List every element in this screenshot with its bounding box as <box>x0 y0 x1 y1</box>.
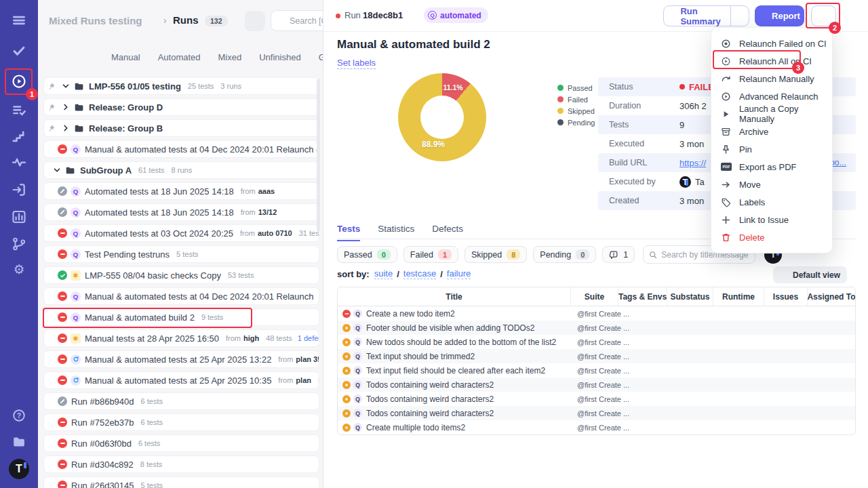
sort-link-failure[interactable]: failure <box>447 268 471 279</box>
column-header[interactable]: Tags & Envs <box>618 287 667 306</box>
executed-by-avatar[interactable]: T <box>679 176 691 188</box>
sort-link-suite[interactable]: suite <box>374 268 393 279</box>
default-view-button[interactable]: Default view <box>773 266 847 283</box>
sidebar-item-check[interactable] <box>0 39 38 63</box>
defects-link[interactable]: 1 defects <box>298 334 319 342</box>
run-list-item[interactable]: Manual & automated tests at 25 Apr 2025 … <box>43 350 319 368</box>
sidebar-item-pulse[interactable] <box>0 150 38 174</box>
menu-item-link-to-issue[interactable]: Link to Issue <box>711 211 832 228</box>
sidebar-item-gear[interactable]: ⚙ <box>0 258 38 282</box>
chevron-right-icon[interactable] <box>61 102 71 112</box>
runs-search-input[interactable] <box>290 16 323 26</box>
run-list-item[interactable]: QTest Pending testruns5 tests <box>43 245 319 263</box>
menu-item-archive[interactable]: Archive <box>711 123 832 140</box>
detail-close-icon[interactable] <box>842 9 852 20</box>
sidebar-item-bar-chart[interactable] <box>0 205 38 229</box>
sidebar-item-import[interactable] <box>0 178 38 202</box>
run-list-item[interactable]: ✱LMP-555 08/04 basic checks Copy53 tests <box>43 266 319 284</box>
user-avatar[interactable]: T <box>9 459 29 479</box>
run-summary-more-button[interactable] <box>730 6 751 26</box>
test-row[interactable]: QCreate a new todo item2@first Create ..… <box>338 306 855 321</box>
menu-item-relaunch-manually[interactable]: Relaunch Manually <box>711 70 832 87</box>
run-list-item[interactable]: Run #b86b940d6 tests <box>43 392 319 410</box>
more-actions-button[interactable] <box>811 5 836 26</box>
menu-item-move[interactable]: Move <box>711 176 832 193</box>
run-list-item[interactable]: Run #26d301455 tests <box>43 476 319 488</box>
sidebar-item-menu[interactable] <box>0 8 38 33</box>
run-list-item[interactable]: QManual & automated tests at 04 Dec 2024… <box>43 287 319 305</box>
run-group-row[interactable]: LMP-556 01/05 testing25 tests3 runs <box>43 77 319 95</box>
sidebar-item-branch[interactable] <box>0 232 38 256</box>
menu-item-pin[interactable]: Pin <box>711 140 832 158</box>
test-row[interactable]: QText input should be trimmed2@first Cre… <box>338 349 855 363</box>
comments-filter-chip[interactable]: 1 <box>602 246 635 263</box>
filter-chip-failed[interactable]: Failed1 <box>403 246 458 263</box>
chevron-down-icon[interactable] <box>61 81 71 91</box>
sidebar-item-help[interactable]: ? <box>0 403 38 428</box>
filter-chip-skipped[interactable]: Skipped8 <box>465 246 527 263</box>
sliders-icon[interactable] <box>844 269 854 280</box>
column-header[interactable]: Issues <box>764 287 808 306</box>
test-title: Text input should be trimmed2 <box>366 352 475 361</box>
filter-button[interactable] <box>245 11 265 31</box>
chevron-right-icon[interactable] <box>61 123 71 133</box>
menu-item-relaunch-all-on-ci[interactable]: Relaunch All on CI <box>711 52 832 70</box>
menu-item-advanced-relaunch[interactable]: Advanced Relaunch <box>711 87 832 105</box>
run-list-item[interactable]: QManual & automated build 29 tests <box>43 308 319 326</box>
column-header[interactable]: Suite <box>571 287 618 306</box>
run-list-item[interactable]: QAutomated tests at 03 Oct 2024 20:25fro… <box>43 224 319 242</box>
column-header[interactable]: Substatus <box>667 287 713 306</box>
test-row[interactable]: QTodos containing weird characters2@firs… <box>338 392 855 406</box>
from-value: aaas <box>258 187 275 195</box>
test-row[interactable]: QCreate multiple todo items2@first Creat… <box>338 420 855 434</box>
menu-item-relaunch-failed-on-ci[interactable]: Relaunch Failed on CI <box>711 35 832 52</box>
filter-chip-passed[interactable]: Passed0 <box>337 246 397 263</box>
runs-scrollbar[interactable] <box>317 79 320 231</box>
sort-link-testcase[interactable]: testcase <box>403 268 436 279</box>
column-header[interactable]: Title <box>338 287 571 306</box>
run-list-item[interactable]: Run #0d63f0bd6 tests <box>43 434 319 452</box>
run-list-item[interactable]: Run #d304c8928 tests <box>43 455 319 473</box>
test-row[interactable]: QNew todos should be added to the bottom… <box>338 335 855 349</box>
runs-tab-automated[interactable]: Automated <box>158 52 201 62</box>
filter-chip-pending[interactable]: Pending0 <box>533 246 596 263</box>
run-list-item[interactable]: QManual & automated tests at 04 Dec 2024… <box>43 140 319 158</box>
runs-tab-groups[interactable]: Groups <box>319 52 323 62</box>
test-row[interactable]: QText input field should be cleared afte… <box>338 363 855 378</box>
chevron-down-icon[interactable] <box>52 165 62 175</box>
run-group-row[interactable]: Release: Group D <box>43 98 319 116</box>
run-list-item[interactable]: QAutomated tests at 18 Jun 2025 14:18fro… <box>43 182 319 200</box>
runs-tab-manual[interactable]: Manual <box>111 52 140 62</box>
run-summary-button[interactable]: Run Summary <box>663 5 749 26</box>
run-list-item[interactable]: Run #752eb37b6 tests <box>43 413 319 431</box>
automated-badge[interactable]: Q automated <box>424 7 488 23</box>
runs-tab-unfinished[interactable]: Unfinished <box>259 52 300 62</box>
column-header[interactable]: Runtime <box>713 287 764 306</box>
run-list-item[interactable]: Manual & automated tests at 25 Apr 2025 … <box>43 371 319 389</box>
set-labels-link[interactable]: Set labels <box>337 58 376 69</box>
test-row[interactable]: QTodos containing weird characters2@firs… <box>338 406 855 420</box>
check-icon <box>12 43 26 58</box>
test-row[interactable]: QTodos containing weird characters2@firs… <box>338 378 855 392</box>
sidebar-item-play-circle[interactable] <box>0 69 38 94</box>
sidebar-user-avatar[interactable]: T <box>0 457 38 481</box>
menu-item-launch-a-copy-manually[interactable]: Launch a Copy Manually <box>711 105 832 123</box>
breadcrumb-project[interactable]: Mixed Runs testing <box>49 15 142 26</box>
run-list-item[interactable]: ✱Manual tests at 28 Apr 2025 16:50fromhi… <box>43 329 319 347</box>
menu-item-labels[interactable]: Labels <box>711 193 832 211</box>
run-group-row[interactable]: Release: Group B <box>43 119 319 137</box>
copy-icon[interactable] <box>407 9 418 20</box>
run-group-row[interactable]: SubGroup A61 tests8 runs <box>43 161 319 179</box>
runs-tab-mixed[interactable]: Mixed <box>218 52 242 62</box>
sidebar-item-list-check[interactable] <box>0 98 38 123</box>
sidebar-item-steps[interactable] <box>0 124 38 148</box>
test-row[interactable]: QFooter should be visible when adding TO… <box>338 321 855 335</box>
build-url-link[interactable]: https:// <box>679 158 706 168</box>
breadcrumb-section[interactable]: Runs <box>173 14 199 26</box>
menu-item-export-as-pdf[interactable]: PDFExport as PDF <box>711 158 832 176</box>
menu-item-delete[interactable]: Delete <box>711 228 832 246</box>
column-header[interactable]: Assigned To <box>808 287 855 306</box>
report-button[interactable]: Report <box>755 5 804 26</box>
sidebar-item-folder[interactable] <box>0 430 38 454</box>
run-list-item[interactable]: QAutomated tests at 18 Jun 2025 14:18fro… <box>43 203 319 221</box>
